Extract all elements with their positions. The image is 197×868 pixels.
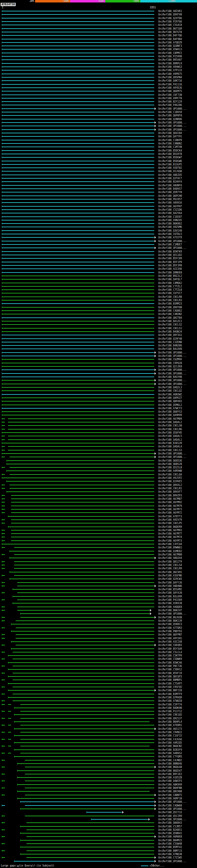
- alignment-row[interactable]: UniRef100_A67M87: [0, 497, 197, 501]
- alignment-row[interactable]: UniRef100_A67M74: [0, 535, 197, 539]
- hit-label[interactable]: UniRef100_UP1000...: [158, 351, 187, 354]
- hit-label[interactable]: UniRef100_B3RM23: [158, 302, 182, 305]
- hit-bar-segment[interactable]: [2, 244, 154, 245]
- hit-bar-segment[interactable]: [8, 711, 11, 712]
- hit-bar-segment[interactable]: [2, 21, 154, 22]
- alignment-row[interactable]: UniRef100_Q9XFV0: [0, 13, 197, 16]
- hit-bar-segment[interactable]: [2, 53, 154, 53]
- hit-label[interactable]: UniRef100_C4JGG6: [158, 738, 182, 741]
- hit-label[interactable]: UniRef100_A8IVK1: [158, 10, 182, 12]
- hit-bar-segment[interactable]: [2, 746, 5, 746]
- alignment-row[interactable]: UniRef100_A6YM73: [0, 539, 197, 542]
- hit-label[interactable]: UniRef100_C8CLQ2: [158, 390, 182, 392]
- hit-bar-segment[interactable]: [25, 774, 154, 774]
- alignment-row[interactable]: UniRef100_A67M77: [0, 532, 197, 535]
- alignment-row[interactable]: UniRef100_UP1000...: [0, 124, 197, 128]
- hit-bar-segment[interactable]: [11, 502, 154, 502]
- hit-label[interactable]: UniRef100_B4QNJ4: [158, 331, 182, 333]
- hit-bar-segment[interactable]: [6, 464, 154, 464]
- hit-label[interactable]: UniRef100_Q49R99: [158, 414, 182, 416]
- hit-bar-segment[interactable]: [2, 568, 5, 569]
- hit-bar-segment[interactable]: [2, 443, 154, 443]
- hit-bar-segment[interactable]: [14, 708, 154, 708]
- hit-label[interactable]: UniRef100_B5F1P9: [158, 261, 182, 264]
- hit-label[interactable]: UniRef100_UP1000...: [158, 125, 187, 127]
- alignment-row[interactable]: UniRef100_C5LCL4: [0, 651, 197, 654]
- hit-label[interactable]: UniRef100_Q6V204: [158, 132, 182, 134]
- hit-bar-segment[interactable]: [2, 28, 154, 29]
- hit-bar-segment[interactable]: [2, 391, 154, 391]
- hit-label[interactable]: UniRef100_UP1000...: [158, 818, 187, 821]
- alignment-row[interactable]: UniRef100_C5DH12: [0, 668, 197, 671]
- hit-label[interactable]: UniRef100_Q5R7Y8: [158, 191, 182, 194]
- alignment-row[interactable]: UniRef100_A9YDJ6: [0, 86, 197, 90]
- hit-bar-segment[interactable]: [2, 711, 5, 712]
- hit-bar-segment[interactable]: [14, 756, 154, 757]
- hit-bar-segment[interactable]: [6, 460, 154, 461]
- hit-label[interactable]: UniRef100_B5DGW6: [158, 160, 182, 162]
- alignment-row[interactable]: UniRef100_C6T5C7: [0, 291, 197, 295]
- hit-bar-segment[interactable]: [2, 850, 5, 851]
- alignment-row[interactable]: UniRef100_B2XHY4: [0, 180, 197, 184]
- hit-bar-segment[interactable]: [12, 694, 154, 694]
- hit-bar-segment[interactable]: [2, 161, 154, 161]
- alignment-row[interactable]: UniRef100_B6KI39: [0, 619, 197, 623]
- hit-bar-segment[interactable]: [17, 798, 154, 799]
- hit-bar-segment[interactable]: [12, 659, 154, 659]
- alignment-row[interactable]: UniRef100_C1M748: [0, 145, 197, 149]
- hit-bar-segment[interactable]: [2, 687, 5, 687]
- alignment-row[interactable]: UniRef100_C9E1Q5: [0, 713, 197, 716]
- hit-bar-segment[interactable]: [2, 767, 5, 767]
- hit-bar-segment[interactable]: [9, 485, 154, 485]
- hit-label[interactable]: UniRef100_C6T5C7: [158, 292, 182, 295]
- hit-bar-segment[interactable]: [25, 816, 154, 816]
- hit-bar-segment[interactable]: [2, 143, 154, 144]
- hit-bar-segment[interactable]: [14, 568, 154, 569]
- hit-bar-segment[interactable]: [2, 140, 154, 141]
- hit-bar-segment[interactable]: [2, 523, 5, 523]
- hit-bar-segment[interactable]: [2, 780, 5, 781]
- hit-label[interactable]: UniRef100_P29766: [158, 20, 182, 23]
- hit-label[interactable]: UniRef100_B6DER9: [158, 526, 182, 528]
- hit-bar-segment[interactable]: [2, 725, 5, 725]
- hit-label[interactable]: UniRef100_Q4KT16: [158, 80, 182, 82]
- hit-bar-segment[interactable]: [2, 178, 154, 179]
- hit-bar-segment[interactable]: [2, 787, 5, 788]
- hit-bar-segment[interactable]: [2, 565, 5, 565]
- hit-bar-segment[interactable]: [2, 133, 154, 133]
- hit-bar-segment[interactable]: [2, 338, 154, 339]
- alignment-row[interactable]: UniRef100_A9Y2H1: [0, 637, 197, 640]
- hit-bar-segment[interactable]: [12, 687, 154, 687]
- hit-bar-segment[interactable]: [12, 596, 154, 597]
- hit-label[interactable]: UniRef100_Q4PEZ7: [158, 397, 182, 399]
- alignment-row[interactable]: UniRef100_B6HPL4: [0, 720, 197, 723]
- hit-label[interactable]: UniRef100_C1EE87: [158, 216, 182, 218]
- hit-bar-segment[interactable]: [2, 331, 154, 332]
- hit-label[interactable]: UniRef100_B9ZJL2: [158, 275, 182, 277]
- hit-label[interactable]: UniRef100_B3L699: [158, 595, 182, 598]
- hit-bar-segment[interactable]: [20, 746, 150, 746]
- hit-bar-segment[interactable]: [2, 185, 154, 186]
- hit-label[interactable]: UniRef100_Q0P483: [158, 400, 182, 403]
- hit-bar-segment[interactable]: [2, 760, 5, 761]
- alignment-row[interactable]: UniRef100_A6YM72: [0, 511, 197, 515]
- hit-bar-segment[interactable]: [8, 655, 154, 656]
- hit-label[interactable]: UniRef100_A6YPH7: [158, 205, 182, 208]
- alignment-row[interactable]: UniRef100_C4N0N2: [0, 142, 197, 145]
- alignment-row[interactable]: UniRef100_B9RPL9: [0, 62, 197, 65]
- alignment-row[interactable]: UniRef100_C5JM57: [0, 825, 197, 828]
- alignment-row[interactable]: UniRef100_Q511D2: [0, 253, 197, 257]
- alignment-row[interactable]: UniRef100_C4QW60: [0, 804, 197, 807]
- hit-label[interactable]: UniRef100_P0C736: [158, 665, 182, 668]
- hit-bar-segment[interactable]: [25, 760, 154, 761]
- alignment-row[interactable]: UniRef100_C6TDL5: [0, 232, 197, 236]
- alignment-row[interactable]: UniRef100_UP1000...: [0, 456, 197, 459]
- hit-bar-segment[interactable]: [2, 115, 154, 116]
- hit-label[interactable]: UniRef100_Q4FQL7: [158, 278, 182, 281]
- hit-bar-segment[interactable]: [2, 544, 154, 545]
- hit-label[interactable]: UniRef100_Q9XXL2: [158, 484, 182, 487]
- hit-label[interactable]: UniRef100_A3CIX8: [158, 641, 182, 643]
- alignment-row[interactable]: UniRef100_B6QG48: [0, 766, 197, 769]
- hit-bar-segment[interactable]: [8, 739, 11, 740]
- hit-bar-segment[interactable]: [2, 352, 154, 353]
